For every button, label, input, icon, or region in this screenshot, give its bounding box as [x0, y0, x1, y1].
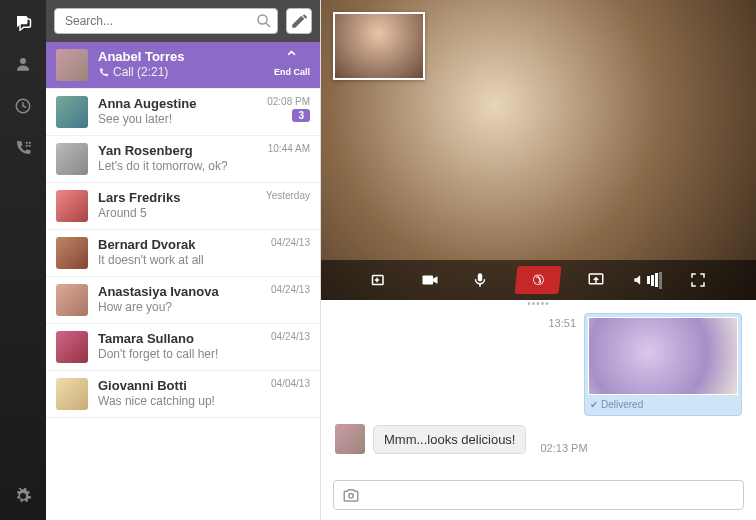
conversation-name: Yan Rosenberg — [98, 143, 258, 158]
conversation-time: 10:44 AM — [268, 143, 310, 154]
conversation-time: 02:08 PM — [267, 96, 310, 107]
composer-input-wrap[interactable] — [333, 480, 744, 510]
svg-point-11 — [349, 494, 354, 499]
message-row-outgoing: 13:51 ✔ Delivered — [335, 313, 742, 416]
unread-badge: 3 — [292, 109, 310, 122]
image-message[interactable]: ✔ Delivered — [584, 313, 742, 416]
avatar — [56, 49, 88, 81]
nav-chats-icon[interactable] — [11, 10, 35, 34]
search-row — [46, 0, 320, 42]
add-video-button[interactable] — [366, 266, 394, 294]
conversation-name: Tamara Sullano — [98, 331, 261, 346]
compose-button[interactable] — [286, 8, 312, 34]
conversation-time: 04/24/13 — [271, 331, 310, 342]
avatar — [56, 143, 88, 175]
attach-photo-icon[interactable] — [340, 486, 362, 504]
message-input[interactable] — [362, 488, 737, 502]
composer — [321, 472, 756, 520]
video-controls: ✆ — [321, 260, 756, 300]
conversation-preview: How are you? — [98, 300, 261, 314]
conversation-time: 04/04/13 — [271, 378, 310, 389]
svg-point-2 — [26, 142, 28, 144]
volume-control[interactable] — [632, 272, 662, 289]
sidebar: Anabel Torres Call (2:21) ⌃ End Call Ann… — [46, 0, 321, 520]
search-icon — [251, 12, 277, 30]
nav-dialpad-icon[interactable] — [11, 136, 35, 160]
video-call-area: ✆ — [321, 0, 756, 300]
search-box[interactable] — [54, 8, 278, 34]
message-list: 13:51 ✔ Delivered Mmm...looks delicious!… — [321, 309, 756, 472]
conversation-item[interactable]: Tamara Sullano Don't forget to call her!… — [46, 324, 320, 371]
nav-contacts-icon[interactable] — [11, 52, 35, 76]
avatar — [56, 190, 88, 222]
fullscreen-button[interactable] — [684, 266, 712, 294]
message-time: 13:51 — [548, 317, 576, 329]
svg-rect-8 — [422, 276, 433, 285]
conversation-item[interactable]: Yan Rosenberg Let's do it tomorrow, ok? … — [46, 136, 320, 183]
conversation-item[interactable]: Lars Fredriks Around 5 Yesterday — [46, 183, 320, 230]
check-icon: ✔ — [590, 399, 598, 410]
camera-toggle-button[interactable] — [416, 266, 444, 294]
chat-area: ••••• 13:51 ✔ Delivered Mmm...looks deli… — [321, 300, 756, 520]
avatar — [56, 237, 88, 269]
conversation-name: Bernard Dvorak — [98, 237, 261, 252]
conversation-preview: Around 5 — [98, 206, 256, 220]
avatar — [56, 284, 88, 316]
nav-rail — [0, 0, 46, 520]
svg-point-6 — [258, 15, 267, 24]
message-time: 02:13 PM — [540, 442, 587, 454]
conversation-time: 04/24/13 — [271, 284, 310, 295]
nav-settings-icon[interactable] — [11, 484, 35, 508]
conversation-item[interactable]: Anna Augestine See you later! 02:08 PM 3 — [46, 89, 320, 136]
screen-share-button[interactable] — [582, 266, 610, 294]
conversation-preview: Don't forget to call her! — [98, 347, 261, 361]
avatar — [56, 378, 88, 410]
svg-point-5 — [29, 145, 31, 147]
svg-rect-9 — [477, 273, 482, 281]
conversation-item[interactable]: Giovanni Botti Was nice catching up! 04/… — [46, 371, 320, 418]
message-row-incoming: Mmm...looks delicious! 02:13 PM — [335, 424, 742, 454]
hangup-button[interactable]: ✆ — [514, 266, 561, 294]
message-bubble: Mmm...looks delicious! — [373, 425, 526, 454]
conversation-item[interactable]: Anabel Torres Call (2:21) ⌃ End Call — [46, 42, 320, 89]
delivery-status: ✔ Delivered — [588, 395, 738, 412]
conversation-name: Anabel Torres — [98, 49, 264, 64]
conversation-item[interactable]: Anastasiya Ivanova How are you? 04/24/13 — [46, 277, 320, 324]
conversation-preview: See you later! — [98, 112, 257, 126]
conversation-list: Anabel Torres Call (2:21) ⌃ End Call Ann… — [46, 42, 320, 520]
avatar — [56, 96, 88, 128]
conversation-name: Anastasiya Ivanova — [98, 284, 261, 299]
self-video-pip[interactable] — [333, 12, 425, 80]
mic-toggle-button[interactable] — [466, 266, 494, 294]
message-image — [588, 317, 738, 395]
conversation-name: Lars Fredriks — [98, 190, 256, 205]
svg-point-0 — [20, 58, 26, 64]
phone-down-icon: ⌃ — [284, 49, 299, 67]
conversation-time: 04/24/13 — [271, 237, 310, 248]
conversation-time: Yesterday — [266, 190, 310, 201]
end-call-button[interactable]: ⌃ End Call — [274, 49, 310, 77]
conversation-preview: Let's do it tomorrow, ok? — [98, 159, 258, 173]
nav-recents-icon[interactable] — [11, 94, 35, 118]
conversation-item[interactable]: Bernard Dvorak It doesn't work at all 04… — [46, 230, 320, 277]
svg-point-3 — [29, 142, 31, 144]
avatar — [56, 331, 88, 363]
resize-handle[interactable]: ••••• — [527, 300, 550, 309]
conversation-name: Giovanni Botti — [98, 378, 261, 393]
search-input[interactable] — [55, 14, 251, 28]
conversation-preview: Was nice catching up! — [98, 394, 261, 408]
svg-point-4 — [26, 145, 28, 147]
conversation-preview: It doesn't work at all — [98, 253, 261, 267]
conversation-preview: Call (2:21) — [98, 65, 264, 79]
conversation-name: Anna Augestine — [98, 96, 257, 111]
main-area: ✆ ••••• 13:51 ✔ Delivered — [321, 0, 756, 520]
avatar — [335, 424, 365, 454]
